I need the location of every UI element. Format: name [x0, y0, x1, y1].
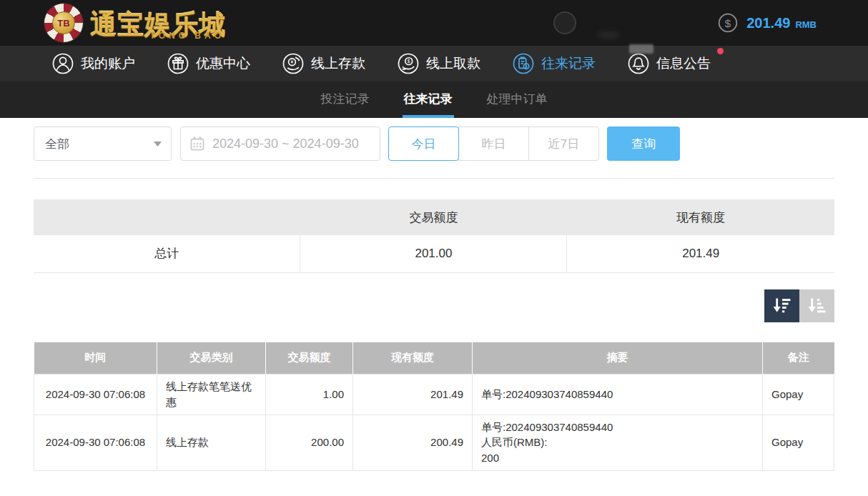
balance-amount: 201.49 — [746, 15, 790, 31]
records-table: 时间 交易类别 交易额度 现有额度 摘要 备注 2024-09-30 07:06… — [34, 342, 834, 471]
divider — [34, 178, 834, 179]
tab-pending-orders[interactable]: 处理中订单 — [485, 81, 549, 118]
tab-transaction-records[interactable]: 往来记录 — [403, 81, 454, 118]
cell-remark: Gopay — [763, 415, 834, 470]
date-range-input[interactable]: 2024-09-30 ~ 2024-09-30 — [180, 127, 380, 161]
nav-item-promotions[interactable]: 优惠中心 — [167, 53, 250, 74]
col-header-type: 交易类别 — [157, 342, 266, 375]
casino-chip-icon: TB — [44, 4, 83, 42]
svg-text:$: $ — [408, 59, 410, 64]
col-header-summary: 摘要 — [473, 342, 763, 375]
col-header-amount: 交易额度 — [266, 342, 353, 375]
cell-type: 线上存款笔笔送优惠 — [157, 375, 266, 415]
table-row: 2024-09-30 07:06:08 线上存款笔笔送优惠 1.00 201.4… — [34, 375, 834, 415]
svg-text:$: $ — [725, 17, 731, 29]
date-range-value: 2024-09-30 ~ 2024-09-30 — [212, 137, 359, 152]
quick-range-group: 今日 昨日 近7日 — [388, 127, 599, 161]
balance-currency: RMB — [795, 16, 817, 30]
brand-text: 通宝娱乐城 TONG BAO — [90, 11, 226, 42]
deposit-icon: ¥ — [282, 53, 304, 74]
nav-label: 往来记录 — [541, 54, 596, 73]
nav-item-my-account[interactable]: 我的账户 — [52, 53, 135, 74]
tab-bet-records[interactable]: 投注记录 — [320, 81, 371, 118]
content: 全部 2024-09-30 ~ 2024-09-30 今 — [0, 118, 868, 496]
type-select[interactable]: 全部 — [34, 127, 172, 161]
avatar[interactable] — [553, 11, 576, 34]
nav-label: 我的账户 — [81, 54, 135, 73]
nav-label: 优惠中心 — [196, 54, 250, 73]
svg-text:¥: ¥ — [291, 59, 294, 64]
summary-total-balance: 201.49 — [567, 235, 834, 272]
nav-item-online-deposit[interactable]: ¥ 线上存款 — [282, 53, 365, 74]
nav-item-announcements[interactable]: 信息公告 — [628, 53, 711, 74]
caret-down-icon — [154, 142, 162, 147]
page: TB 通宝娱乐城 TONG BAO $ 201.49 RMB — [0, 0, 868, 496]
notification-badge — [717, 48, 724, 54]
cell-summary: 单号:202409303740859440 人民币(RMB): 200 — [473, 415, 763, 470]
sort-descending-icon — [772, 297, 791, 314]
user-icon — [52, 53, 74, 74]
cell-balance: 201.49 — [353, 375, 473, 415]
gift-icon — [167, 53, 189, 74]
sort-ascending-icon — [807, 297, 827, 314]
col-header-time: 时间 — [34, 342, 157, 375]
bell-icon — [628, 53, 649, 74]
filter-row: 全部 2024-09-30 ~ 2024-09-30 今 — [34, 127, 834, 161]
main-nav: 我的账户 优惠中心 ¥ 线上存款 — [0, 46, 868, 81]
summary-total-row: 总计 201.00 201.49 — [34, 235, 834, 272]
nav-item-transaction-records[interactable]: 往来记录 — [513, 53, 596, 74]
cell-summary: 单号:202409303740859440 — [473, 375, 763, 415]
nav-label: 线上存款 — [311, 54, 365, 73]
range-today-button[interactable]: 今日 — [388, 127, 459, 161]
dollar-coin-icon: $ — [718, 13, 738, 33]
cell-remark: Gopay — [763, 375, 834, 415]
sort-descending-button[interactable] — [764, 289, 799, 322]
nav-label: 信息公告 — [656, 54, 711, 73]
sort-controls — [34, 289, 834, 322]
summary-header-row: 交易额度 现有额度 — [34, 199, 834, 235]
summary-total-label: 总计 — [34, 235, 300, 272]
cell-amount: 200.00 — [266, 415, 353, 470]
tab-bar: 投注记录 往来记录 处理中订单 — [0, 81, 868, 118]
calendar-icon — [190, 137, 204, 151]
username-blurred[interactable] — [586, 14, 678, 32]
cell-balance: 200.49 — [353, 415, 473, 470]
brand-logo[interactable]: TB 通宝娱乐城 TONG BAO — [44, 4, 226, 42]
cell-time: 2024-09-30 07:06:08 — [34, 375, 157, 415]
col-header-balance: 现有额度 — [353, 342, 473, 375]
summary-header-balance: 现有额度 — [567, 199, 834, 235]
withdraw-icon: $ — [398, 53, 419, 74]
records-icon — [513, 53, 534, 74]
balance: $ 201.49 RMB — [718, 13, 817, 33]
summary-total-trade: 201.00 — [300, 235, 567, 272]
nav-item-online-withdraw[interactable]: $ 线上取款 — [398, 53, 480, 74]
summary-header-empty — [34, 199, 300, 235]
range-yesterday-button[interactable]: 昨日 — [458, 127, 529, 161]
top-header: TB 通宝娱乐城 TONG BAO $ 201.49 RMB — [0, 0, 868, 46]
range-last7days-button[interactable]: 近7日 — [528, 127, 599, 161]
chip-monogram: TB — [52, 11, 75, 34]
col-header-remark: 备注 — [763, 342, 834, 375]
summary-table: 交易额度 现有额度 总计 201.00 201.49 — [34, 199, 834, 273]
cell-time: 2024-09-30 07:06:08 — [34, 415, 157, 470]
blurred-artifact — [629, 44, 654, 54]
nav-label: 线上取款 — [426, 54, 480, 73]
summary-header-trade: 交易额度 — [300, 199, 567, 235]
records-header-row: 时间 交易类别 交易额度 现有额度 摘要 备注 — [34, 342, 834, 375]
user-area: $ 201.49 RMB — [553, 11, 817, 34]
sort-ascending-button[interactable] — [799, 289, 834, 322]
type-select-value: 全部 — [45, 136, 69, 152]
search-button[interactable]: 查询 — [607, 127, 680, 161]
cell-type: 线上存款 — [157, 415, 266, 470]
table-row: 2024-09-30 07:06:08 线上存款 200.00 200.49 单… — [34, 415, 834, 470]
cell-amount: 1.00 — [266, 375, 353, 415]
